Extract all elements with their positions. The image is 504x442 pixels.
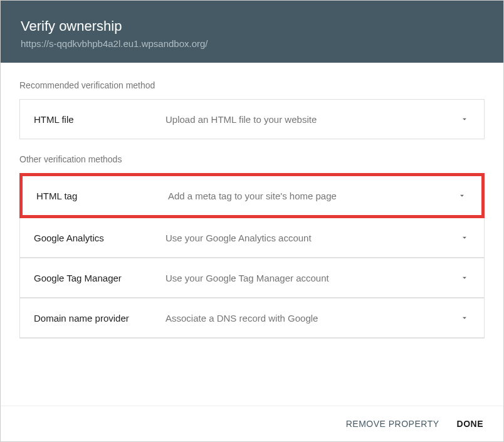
done-button[interactable]: DONE bbox=[457, 419, 483, 429]
method-title: Google Tag Manager bbox=[34, 273, 165, 283]
method-title: HTML tag bbox=[36, 191, 168, 201]
method-html-file[interactable]: HTML file Upload an HTML file to your we… bbox=[19, 99, 485, 139]
method-desc: Associate a DNS record with Google bbox=[165, 313, 459, 324]
chevron-down-icon bbox=[459, 272, 470, 283]
dialog-body: Recommended verification method HTML fil… bbox=[1, 63, 503, 406]
other-methods-group: Google Analytics Use your Google Analyti… bbox=[19, 218, 485, 339]
dialog-footer: REMOVE PROPERTY DONE bbox=[1, 406, 503, 441]
method-google-analytics[interactable]: Google Analytics Use your Google Analyti… bbox=[20, 218, 484, 258]
method-title: Google Analytics bbox=[34, 233, 165, 243]
method-domain-provider[interactable]: Domain name provider Associate a DNS rec… bbox=[20, 298, 484, 338]
method-desc: Use your Google Analytics account bbox=[165, 233, 459, 243]
chevron-down-icon bbox=[456, 190, 468, 201]
chevron-down-icon bbox=[459, 113, 470, 125]
method-title: Domain name provider bbox=[34, 313, 165, 324]
highlighted-method: HTML tag Add a meta tag to your site's h… bbox=[19, 173, 485, 218]
method-google-tag-manager[interactable]: Google Tag Manager Use your Google Tag M… bbox=[20, 258, 484, 298]
remove-property-button[interactable]: REMOVE PROPERTY bbox=[346, 419, 439, 429]
other-section-label: Other verification methods bbox=[19, 154, 485, 164]
dialog: Verify ownership https://s-qqdkvbhpb4a2l… bbox=[1, 1, 503, 441]
chevron-down-icon bbox=[459, 312, 470, 324]
dialog-subtitle: https://s-qqdkvbhpb4a2l.eu1.wpsandbox.or… bbox=[21, 38, 483, 49]
method-desc: Add a meta tag to your site's home page bbox=[168, 191, 456, 201]
dialog-header: Verify ownership https://s-qqdkvbhpb4a2l… bbox=[1, 1, 503, 63]
method-html-tag[interactable]: HTML tag Add a meta tag to your site's h… bbox=[23, 176, 481, 215]
recommended-section-label: Recommended verification method bbox=[19, 80, 485, 90]
method-title: HTML file bbox=[34, 114, 165, 125]
dialog-title: Verify ownership bbox=[21, 18, 483, 34]
method-desc: Use your Google Tag Manager account bbox=[165, 273, 459, 283]
chevron-down-icon bbox=[459, 232, 470, 243]
method-desc: Upload an HTML file to your website bbox=[165, 114, 459, 125]
